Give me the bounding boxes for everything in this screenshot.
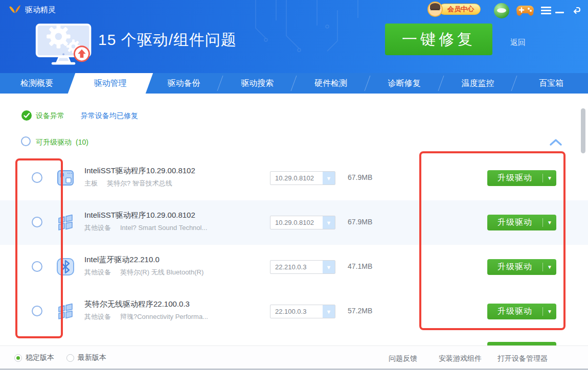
device-abnormal-detail: 异常设备均已修复 — [81, 111, 138, 121]
stable-version-label: 稳定版本 — [26, 353, 54, 362]
back-link[interactable]: 返回 — [510, 38, 526, 48]
upgradable-count: (10) — [76, 138, 88, 146]
menu-icon[interactable] — [541, 7, 551, 16]
tab-label: 检测概要 — [20, 78, 53, 89]
driver-description: 英特尔(R) 无线 Bluetooth(R) — [120, 268, 203, 276]
avatar-glasses — [431, 9, 440, 12]
tab-温度监控[interactable]: 温度监控 — [441, 73, 515, 94]
minimize-icon[interactable] — [555, 12, 564, 13]
chevron-down-icon[interactable]: ▼ — [323, 172, 335, 184]
scrollbar-thumb[interactable] — [581, 108, 585, 153]
tab-硬件检测[interactable]: 硬件检测 — [294, 73, 368, 94]
device-abnormal-label: 设备异常 — [36, 111, 64, 121]
tab-驱动搜索[interactable]: 驱动搜索 — [220, 73, 294, 94]
upgrade-driver-label: 升级驱动 — [487, 173, 542, 183]
upgrade-driver-label: 升级驱动 — [487, 217, 542, 228]
gamepad-icon[interactable] — [516, 4, 534, 17]
windows-icon — [55, 301, 76, 321]
driver-radio[interactable] — [32, 261, 42, 272]
driver-row[interactable]: Intel蓝牙驱动22.210.0 其他设备英特尔(R) 无线 Bluetoot… — [0, 245, 588, 289]
driver-manager-panel: 设备异常 异常设备均已修复 可升级驱动 (10) InteliSST驱动程序10… — [0, 94, 588, 345]
latest-version-label: 最新版本 — [78, 353, 106, 362]
app-window: 驱动精灵 — [0, 0, 588, 370]
version-select[interactable]: 10.29.0.8102 ▼ — [270, 171, 335, 185]
tab-label: 驱动管理 — [94, 78, 127, 89]
page-title: 15 个驱动/组件问题 — [98, 30, 237, 51]
version-select[interactable]: 10.29.0.8102 ▼ — [270, 216, 335, 229]
tab-label: 驱动备份 — [167, 78, 200, 89]
eye-orb-icon[interactable] — [494, 3, 509, 18]
chevron-down-icon[interactable]: ▼ — [543, 264, 556, 270]
radio-icon — [14, 354, 22, 362]
driver-row[interactable]: InteliSST驱动程序10.29.00.8102 其他设备Intel? Sm… — [0, 200, 588, 245]
chevron-down-icon[interactable]: ▼ — [543, 220, 556, 225]
upgrade-driver-button[interactable]: 升级驱动 ▼ — [487, 215, 556, 230]
footer-link-game-components[interactable]: 安装游戏组件 — [439, 354, 482, 363]
driver-description: 辩瑰?Connectivity Performa... — [120, 313, 208, 320]
driver-list: InteliSST驱动程序10.29.00.8102 主板英特尔? 智音技术总线… — [0, 156, 588, 334]
chevron-down-icon[interactable]: ▼ — [323, 261, 335, 273]
upgrade-driver-button[interactable]: 升级驱动 ▼ — [487, 259, 556, 275]
bluetooth-icon — [55, 257, 76, 277]
avatar[interactable] — [427, 2, 443, 17]
driver-row[interactable]: InteliSST驱动程序10.29.00.8102 主板英特尔? 智音技术总线… — [0, 156, 588, 200]
tab-诊断修复[interactable]: 诊断修复 — [368, 73, 441, 94]
header-banner: 驱动精灵 — [0, 0, 588, 73]
windows-icon — [55, 212, 76, 233]
monitor-gears-illustration — [33, 17, 97, 67]
driver-radio[interactable] — [32, 306, 42, 316]
chevron-down-icon[interactable]: ▼ — [323, 216, 335, 229]
driver-category: 其他设备 — [84, 268, 111, 276]
driver-subtitle: 主板英特尔? 智音技术总线 — [84, 179, 172, 188]
member-center-label: 会员中心 — [447, 5, 474, 14]
version-select[interactable]: 22.100.0.3 ▼ — [270, 305, 335, 318]
tab-bar: 检测概要驱动管理驱动备份驱动搜索硬件检测诊断修复温度监控百宝箱 — [0, 73, 588, 94]
status-row-device-abnormal[interactable]: 设备异常 异常设备均已修复 — [0, 110, 588, 122]
driver-category: 主板 — [84, 179, 98, 187]
version-value: 22.210.0.3 — [270, 263, 323, 271]
driver-row[interactable]: 英特尔无线驱动程序22.100.0.3 其他设备辩瑰?Connectivity … — [0, 289, 588, 334]
upgrade-driver-button[interactable]: 升级驱动 ▼ — [487, 304, 556, 319]
motherboard-icon — [55, 168, 76, 188]
driver-description: 英特尔? 智音技术总线 — [107, 179, 172, 187]
version-value: 10.29.0.8102 — [270, 174, 323, 182]
status-row-upgradable[interactable]: 可升级驱动 (10) — [0, 136, 588, 149]
footer-bar: 稳定版本 最新版本 问题反馈 安装游戏组件 打开设备管理器 — [0, 345, 588, 368]
tab-label: 诊断修复 — [388, 78, 421, 89]
stable-version-radio[interactable]: 稳定版本 — [14, 353, 54, 362]
version-value: 22.100.0.3 — [270, 308, 323, 315]
chevron-down-icon[interactable]: ▼ — [543, 309, 556, 314]
eye-orb-iris — [497, 8, 506, 13]
one-click-fix-button[interactable]: 一键修复 — [385, 24, 492, 55]
tab-label: 温度监控 — [461, 78, 494, 89]
chevron-up-icon[interactable] — [549, 138, 562, 146]
upgradable-label: 可升级驱动 — [36, 138, 72, 147]
footer-link-feedback[interactable]: 问题反馈 — [389, 354, 417, 363]
footer-link-device-manager[interactable]: 打开设备管理器 — [497, 354, 548, 363]
tab-驱动备份[interactable]: 驱动备份 — [147, 73, 221, 94]
radio-icon — [66, 354, 74, 362]
app-logo: 驱动精灵 — [8, 4, 56, 15]
driver-radio[interactable] — [32, 217, 42, 227]
chevron-down-icon[interactable]: ▼ — [323, 305, 335, 318]
upgradable-radio[interactable] — [21, 136, 31, 146]
version-select[interactable]: 22.210.0.3 ▼ — [270, 260, 335, 274]
tab-检测概要[interactable]: 检测概要 — [0, 73, 74, 94]
driver-description: Intel? Smart Sound Technol... — [120, 224, 207, 232]
upgrade-driver-button[interactable]: 升级驱动 ▼ — [487, 170, 556, 186]
upgrade-driver-label: 升级驱动 — [487, 262, 542, 272]
tab-百宝箱[interactable]: 百宝箱 — [514, 73, 588, 94]
app-title: 驱动精灵 — [25, 5, 56, 15]
undo-icon[interactable] — [572, 5, 582, 14]
version-value: 10.29.0.8102 — [270, 219, 323, 226]
driver-name: Intel蓝牙驱动22.210.0 — [84, 255, 160, 265]
latest-version-radio[interactable]: 最新版本 — [66, 353, 106, 362]
tab-驱动管理[interactable]: 驱动管理 — [74, 73, 147, 94]
chevron-down-icon[interactable]: ▼ — [543, 175, 556, 181]
driver-subtitle: 其他设备辩瑰?Connectivity Performa... — [84, 312, 208, 321]
driver-category: 其他设备 — [84, 313, 111, 320]
driver-radio[interactable] — [32, 172, 42, 183]
member-center-button[interactable]: 会员中心 — [439, 4, 481, 15]
driver-subtitle: 其他设备Intel? Smart Sound Technol... — [84, 223, 207, 233]
driver-size: 47.1MB — [348, 262, 372, 270]
